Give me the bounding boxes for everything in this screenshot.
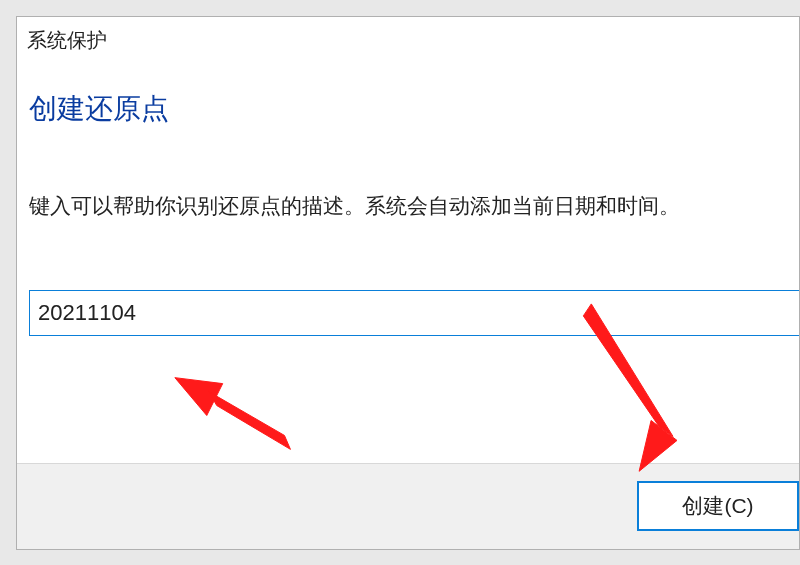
create-button[interactable]: 创建(C) <box>637 481 799 531</box>
restore-point-description-input[interactable] <box>29 290 800 336</box>
system-protection-dialog: 系统保护 创建还原点 键入可以帮助你识别还原点的描述。系统会自动添加当前日期和时… <box>16 16 800 550</box>
page-title: 创建还原点 <box>17 54 799 128</box>
description-input-wrap <box>29 290 800 336</box>
arrow-to-input <box>175 378 291 450</box>
instruction-text: 键入可以帮助你识别还原点的描述。系统会自动添加当前日期和时间。 <box>17 128 799 222</box>
dialog-button-bar: 创建(C) <box>17 463 799 549</box>
dialog-header: 系统保护 <box>17 17 799 54</box>
svg-marker-1 <box>209 392 291 450</box>
outer-container: 系统保护 创建还原点 键入可以帮助你识别还原点的描述。系统会自动添加当前日期和时… <box>0 0 800 565</box>
svg-marker-0 <box>175 378 223 416</box>
